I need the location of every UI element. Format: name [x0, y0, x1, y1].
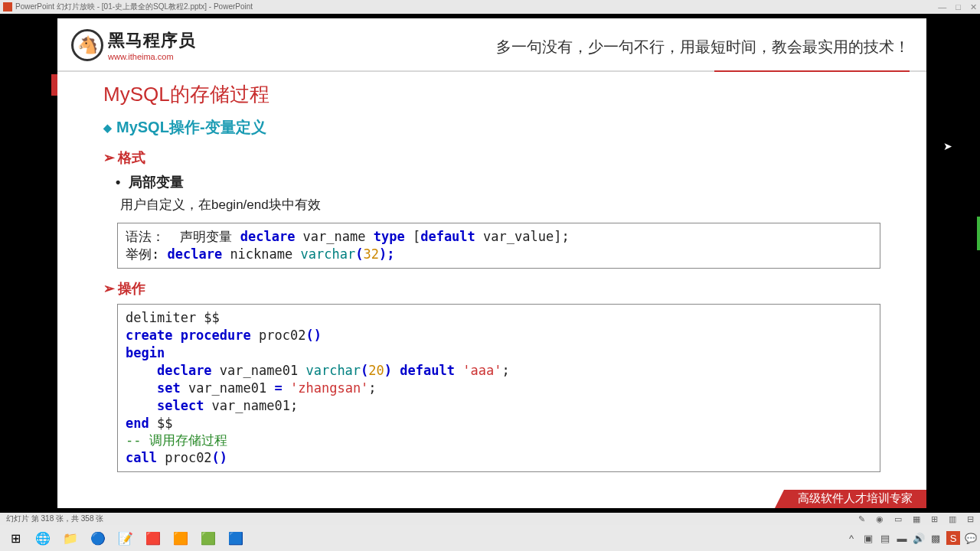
tagline: 多一句没有，少一句不行，用最短时间，教会最实用的技术！ — [496, 37, 910, 57]
taskbar: ⊞ 🌐 📁 🔵 📝 🟥 🟧 🟩 🟦 ^ ▣ ▤ ▬ 🔊 ▩ S 💬 — [0, 525, 980, 551]
notepad-icon[interactable]: 📝 — [113, 527, 138, 549]
tool-sorter-icon[interactable]: ⊞ — [931, 514, 938, 524]
desc-local-var: 用户自定义，在begin/end块中有效 — [120, 196, 880, 214]
tray-app1-icon[interactable]: ▣ — [862, 532, 874, 544]
chrome-icon[interactable]: 🌐 — [31, 527, 55, 549]
start-button[interactable]: ⊞ — [3, 527, 28, 549]
logo: 🐴 黑马程序员 www.itheima.com — [71, 29, 196, 61]
tool-laser-icon[interactable]: ◉ — [876, 514, 884, 524]
powerpoint-icon — [3, 2, 12, 11]
tool-subtitle-icon[interactable]: ▭ — [894, 514, 902, 524]
tool-reading-icon[interactable]: ▥ — [949, 514, 956, 524]
tool-normal-icon[interactable]: ▦ — [913, 514, 920, 524]
word-icon[interactable]: 🟦 — [224, 527, 248, 549]
browser-icon[interactable]: 🔵 — [86, 527, 110, 549]
tray-network-icon[interactable]: ▩ — [929, 532, 942, 544]
slide-counter: 幻灯片 第 318 张，共 358 张 — [6, 514, 103, 524]
accent-bar — [51, 74, 57, 96]
slide-header: 🐴 黑马程序员 www.itheima.com 多一句没有，少一句不行，用最短时… — [57, 18, 926, 72]
slide-title: MySQL的存储过程 — [103, 81, 880, 108]
tray-app2-icon[interactable]: ▤ — [879, 532, 891, 544]
powerpoint-taskbar-icon[interactable]: 🟧 — [168, 527, 193, 549]
tool-pen-icon[interactable]: ✎ — [858, 514, 865, 524]
tray-up-icon[interactable]: ^ — [845, 532, 858, 544]
section-operation: 操作 — [103, 279, 880, 298]
tool-slideshow-icon[interactable]: ⊟ — [967, 514, 974, 524]
tray-battery-icon[interactable]: ▬ — [896, 532, 908, 544]
logo-text-cn: 黑马程序员 — [108, 29, 196, 52]
slide: 🐴 黑马程序员 www.itheima.com 多一句没有，少一句不行，用最短时… — [57, 18, 926, 508]
slide-body: MySQL的存储过程 MySQL操作-变量定义 格式 局部变量 用户自定义，在b… — [57, 72, 926, 472]
bullet-local-var: 局部变量 — [116, 173, 880, 191]
slide-subtitle: MySQL操作-变量定义 — [103, 117, 880, 138]
statusbar: 幻灯片 第 318 张，共 358 张 ✎ ◉ ▭ ▦ ⊞ ▥ ⊟ — [0, 513, 980, 525]
logo-icon: 🐴 — [71, 29, 103, 61]
mouse-cursor: ➤ — [943, 140, 952, 152]
logo-url: www.itheima.com — [108, 52, 196, 61]
minimize-button[interactable]: — — [938, 2, 946, 12]
tray-volume-icon[interactable]: 🔊 — [913, 532, 925, 544]
system-tray: ^ ▣ ▤ ▬ 🔊 ▩ S 💬 — [845, 531, 977, 545]
explorer-icon[interactable]: 📁 — [58, 527, 83, 549]
status-tools: ✎ ◉ ▭ ▦ ⊞ ▥ ⊟ — [858, 514, 974, 524]
maximize-button[interactable]: □ — [956, 2, 961, 12]
window-title: PowerPoint 幻灯片放映 - [01-史上最全的SQL教程2.pptx]… — [15, 2, 938, 12]
tray-ime-icon[interactable]: S — [946, 531, 960, 545]
footer-ribbon: 高级软件人才培训专家 — [775, 490, 926, 508]
close-button[interactable]: ✕ — [970, 2, 977, 12]
code-example: delimiter $$ create procedure proc02() b… — [117, 304, 880, 472]
section-format: 格式 — [103, 148, 880, 167]
app-icon[interactable]: 🟩 — [196, 527, 220, 549]
header-underline-red — [714, 70, 910, 72]
slideshow-area[interactable]: 🐴 黑马程序员 www.itheima.com 多一句没有，少一句不行，用最短时… — [0, 14, 980, 511]
code-syntax: 语法： 声明变量 declare var_name type [default … — [117, 223, 880, 269]
window-controls: — □ ✕ — [938, 2, 977, 12]
xshell-icon[interactable]: 🟥 — [141, 527, 165, 549]
tray-notification-icon[interactable]: 💬 — [965, 532, 977, 544]
side-indicator — [977, 217, 980, 250]
window-titlebar: PowerPoint 幻灯片放映 - [01-史上最全的SQL教程2.pptx]… — [0, 0, 980, 14]
